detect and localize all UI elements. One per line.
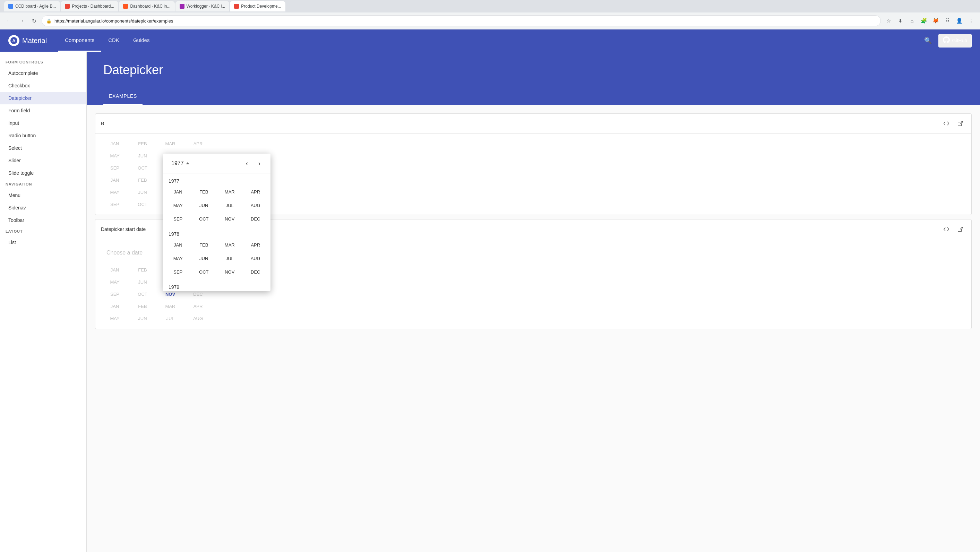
search-button[interactable]: 🔍: [923, 36, 933, 45]
dp-month-jun-1978[interactable]: JUN: [192, 253, 216, 264]
dp-month-jun-1977[interactable]: JUN: [192, 199, 216, 212]
tab-favicon-5: [234, 4, 239, 9]
month-oct: OCT: [129, 162, 156, 174]
sidebar-item-list[interactable]: List: [0, 236, 86, 248]
tab-label-2: Projects · Dashboard...: [72, 4, 114, 9]
profile-button[interactable]: 👤: [955, 16, 964, 25]
sidebar-item-slider[interactable]: Slider: [0, 154, 86, 167]
dp-month-mar-1978[interactable]: MAR: [218, 239, 242, 251]
dp-body: 1977 JAN FEB MAR APR MAY JUN JUL AUG SEP…: [163, 173, 270, 291]
sidebar-label-menu: Menu: [8, 192, 21, 198]
dp-year-label-1977: 1977: [163, 176, 270, 186]
app-logo[interactable]: Material: [8, 35, 47, 46]
dp-months-grid-1978: JAN FEB MAR APR MAY JUN JUL AUG SEP OCT …: [163, 239, 270, 281]
menu-button[interactable]: ⋮: [966, 16, 976, 25]
nav-label-cdk: CDK: [108, 37, 119, 43]
dp-month-apr-1977[interactable]: APR: [243, 186, 268, 198]
apps-button[interactable]: ⠿: [943, 16, 952, 25]
dp-month-feb-1978[interactable]: FEB: [192, 239, 216, 251]
dp-month-nov-1977[interactable]: NOV: [218, 213, 242, 225]
download-button[interactable]: ⬇: [896, 16, 905, 25]
sidebar-label-datepicker: Datepicker: [8, 95, 32, 101]
example-title-basic: B: [101, 121, 104, 126]
reload-button[interactable]: ↻: [29, 16, 39, 25]
browser-tab-3[interactable]: Dashboard · K&C in...: [119, 1, 175, 11]
github-button[interactable]: GitHub: [939, 34, 972, 48]
extensions-button[interactable]: 🧩: [919, 16, 929, 25]
month-may: MAY: [101, 150, 129, 162]
dp-next-button[interactable]: ›: [254, 158, 265, 169]
code-inline-button-basic[interactable]: [941, 118, 952, 129]
sidebar-item-toolbar[interactable]: Toolbar: [0, 214, 86, 226]
example-title-start-date: Datepicker start date: [101, 226, 146, 232]
dp-month-jul-1978[interactable]: JUL: [218, 253, 242, 264]
browser-tab-4[interactable]: Worklogger · K&C i...: [175, 1, 229, 11]
nav-item-cdk[interactable]: CDK: [101, 29, 126, 52]
sidebar-item-radio-button[interactable]: Radio button: [0, 129, 86, 142]
sidebar-item-menu[interactable]: Menu: [0, 189, 86, 202]
sidebar-label-form-field: Form field: [8, 108, 30, 113]
dp-header: 1977 ‹ ›: [163, 154, 270, 173]
app-logo-text: Material: [22, 37, 47, 45]
dp-month-sep-1978[interactable]: SEP: [166, 266, 190, 278]
month-jan: JAN: [101, 138, 129, 150]
dp-month-sep-1977[interactable]: SEP: [166, 213, 190, 225]
dp-year-section-1978: 1978 JAN FEB MAR APR MAY JUN JUL AUG SEP…: [163, 229, 270, 281]
dp-year-label-1979: 1979: [163, 282, 270, 291]
sidebar-item-sidenav[interactable]: Sidenav: [0, 202, 86, 214]
dp-month-may-1977[interactable]: MAY: [166, 199, 190, 212]
browser-actions: ☆ ⬇ ⌂ 🧩 🦊 ⠿ 👤 ⋮: [884, 16, 976, 25]
tab-examples[interactable]: EXAMPLES: [103, 88, 143, 105]
sidebar-section-title-navigation: NAVIGATION: [0, 179, 86, 189]
bookmark-button[interactable]: ☆: [884, 16, 893, 25]
dp-month-jul-1977[interactable]: JUL: [218, 199, 242, 212]
dp-month-oct-1978[interactable]: OCT: [192, 266, 216, 278]
github-label: GitHub: [952, 38, 967, 43]
tab-examples-label: EXAMPLES: [109, 93, 137, 99]
open-external-button-basic[interactable]: [955, 118, 966, 129]
dp-prev-button[interactable]: ‹: [241, 158, 253, 169]
dp-month-aug-1977[interactable]: AUG: [243, 199, 268, 212]
tab-label-1: CCD board · Agile B...: [15, 4, 56, 9]
sidebar-item-checkbox[interactable]: Checkbox: [0, 80, 86, 92]
month-sep-2: SEP: [101, 198, 129, 210]
code-inline-button-start[interactable]: [941, 224, 952, 235]
dp-month-jan-1978[interactable]: JAN: [166, 239, 190, 251]
dp-month-dec-1977[interactable]: DEC: [243, 213, 268, 225]
browser-tab-2[interactable]: Projects · Dashboard...: [61, 1, 118, 11]
dp-month-feb-1977[interactable]: FEB: [192, 186, 216, 198]
dp-year-section-1977: 1977 JAN FEB MAR APR MAY JUN JUL AUG SEP…: [163, 176, 270, 228]
sidebar-item-select[interactable]: Select: [0, 142, 86, 154]
browser-tab-5[interactable]: Product Developme...: [230, 1, 285, 11]
dp-month-mar-1977[interactable]: MAR: [218, 186, 242, 198]
dp-month-apr-1978[interactable]: APR: [243, 239, 268, 251]
browser-tab-1[interactable]: CCD board · Agile B...: [4, 1, 60, 11]
sidebar-item-input[interactable]: Input: [0, 117, 86, 129]
sidebar-item-autocomplete[interactable]: Autocomplete: [0, 67, 86, 80]
month-jan-2: JAN: [101, 174, 129, 186]
dp-year-button[interactable]: 1977: [169, 159, 192, 168]
sidebar-section-title-layout: LAYOUT: [0, 226, 86, 236]
month-row-1: JAN FEB MAR APR: [101, 138, 966, 150]
sidebar-item-form-field[interactable]: Form field: [0, 104, 86, 117]
address-bar[interactable]: 🔒 https://material.angular.io/components…: [41, 15, 881, 26]
nav-item-guides[interactable]: Guides: [126, 29, 157, 52]
sidebar-item-datepicker[interactable]: Datepicker: [0, 92, 86, 104]
month-feb-2: FEB: [129, 174, 156, 186]
open-external-button-start[interactable]: [955, 224, 966, 235]
dp-month-nov-1978[interactable]: NOV: [218, 266, 242, 278]
dp-month-dec-1978[interactable]: DEC: [243, 266, 268, 278]
sidebar-label-autocomplete: Autocomplete: [8, 70, 38, 76]
dp-month-oct-1977[interactable]: OCT: [192, 213, 216, 225]
home-button[interactable]: ⌂: [907, 16, 917, 25]
forward-button[interactable]: →: [17, 16, 26, 25]
sidebar-label-slider: Slider: [8, 158, 21, 163]
sidebar-item-slide-toggle[interactable]: Slide toggle: [0, 167, 86, 179]
dp-month-aug-1978[interactable]: AUG: [243, 253, 268, 264]
back-button[interactable]: ←: [4, 16, 14, 25]
dp-month-jan-1977[interactable]: JAN: [166, 186, 190, 198]
month-jun-2: JUN: [129, 186, 156, 198]
dp-month-may-1978[interactable]: MAY: [166, 253, 190, 264]
firefox-button[interactable]: 🦊: [931, 16, 940, 25]
nav-item-components[interactable]: Components: [58, 29, 101, 52]
